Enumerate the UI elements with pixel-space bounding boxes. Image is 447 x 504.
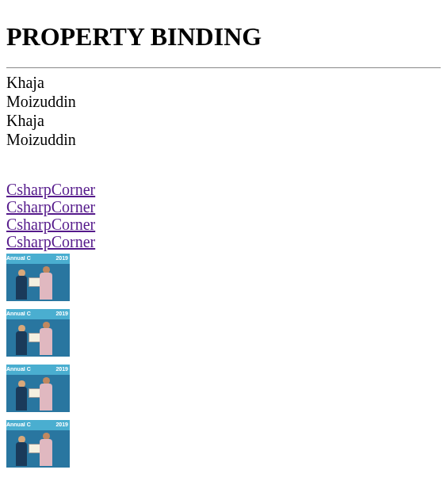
photo-banner-left: Annual C: [6, 366, 31, 372]
person-figure: [40, 377, 52, 412]
conference-photo: Annual C 2019: [6, 254, 70, 301]
name-item: Moizuddin: [6, 130, 441, 149]
name-item: Khaja: [6, 111, 441, 130]
names-container: Khaja Moizuddin Khaja Moizuddin: [6, 73, 441, 149]
images-container: Annual C 2019 Annual C 2019 Annual C 201…: [6, 254, 441, 468]
conference-photo: Annual C 2019: [6, 420, 70, 468]
person-figure: [16, 436, 27, 468]
person-figure: [40, 266, 52, 301]
link-csharpcorner[interactable]: CsharpCorner: [6, 233, 441, 250]
link-csharpcorner[interactable]: CsharpCorner: [6, 216, 441, 233]
links-container: CsharpCorner CsharpCorner CsharpCorner C…: [6, 181, 441, 250]
photo-banner-right: 2019: [55, 311, 68, 316]
photo-banner-right: 2019: [55, 422, 68, 427]
name-item: Moizuddin: [6, 92, 441, 111]
divider: [6, 67, 441, 68]
name-item: Khaja: [6, 73, 441, 92]
person-figure: [16, 325, 27, 357]
person-figure: [40, 433, 52, 468]
photo-banner-left: Annual C: [6, 422, 31, 427]
link-csharpcorner[interactable]: CsharpCorner: [6, 181, 441, 198]
photo-banner-right: 2019: [55, 255, 68, 261]
page-heading: PROPERTY BINDING: [6, 22, 441, 52]
person-figure: [16, 380, 27, 412]
link-csharpcorner[interactable]: CsharpCorner: [6, 198, 441, 216]
photo-banner-left: Annual C: [6, 255, 31, 261]
conference-photo: Annual C 2019: [6, 365, 70, 412]
person-figure: [40, 322, 52, 357]
photo-banner-left: Annual C: [6, 311, 31, 316]
photo-banner-right: 2019: [55, 366, 68, 372]
person-figure: [16, 269, 27, 301]
conference-photo: Annual C 2019: [6, 309, 70, 357]
spacer: [6, 149, 441, 181]
